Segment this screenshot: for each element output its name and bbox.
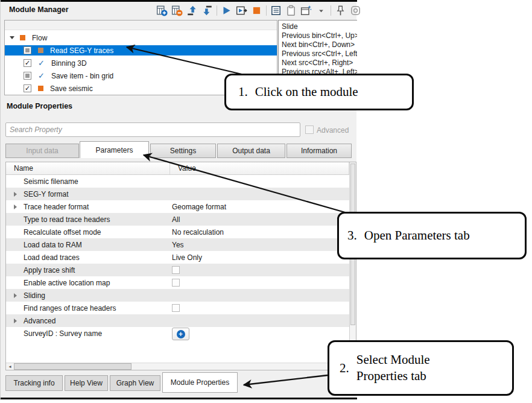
- remove-module-icon[interactable]: [171, 5, 183, 16]
- add-survey-button[interactable]: +: [172, 328, 189, 340]
- property-row-seismic-filename[interactable]: Seismic filename: [6, 175, 349, 188]
- module-square-icon: [38, 86, 43, 91]
- run-icon[interactable]: [221, 5, 232, 16]
- module-enabled-checkbox[interactable]: ✓: [24, 59, 31, 67]
- shortcut-line: Next bin<Ctrl+, Down>: [282, 40, 357, 49]
- module-enabled-checkbox[interactable]: [24, 46, 31, 54]
- property-row-sliding[interactable]: Sliding: [6, 289, 349, 302]
- dropdown-arrow-icon[interactable]: [315, 5, 327, 16]
- module-manager-title: Module Manager: [9, 5, 69, 14]
- property-value: Geomage format: [172, 203, 226, 211]
- property-row-seg-y-format[interactable]: SEG-Y format: [6, 188, 349, 200]
- column-header-name: Name: [6, 162, 170, 174]
- bottom-tab-graph-view[interactable]: Graph View: [110, 375, 160, 391]
- search-property-input[interactable]: [5, 122, 300, 137]
- value-checkbox[interactable]: [172, 279, 180, 287]
- property-row-recalculate-offset-mode[interactable]: Recalculate offset modeNo recalculation: [6, 226, 349, 238]
- column-header-value: Value: [170, 162, 349, 174]
- screenshot-canvas: Module Manager FlowRead SEG-Y traces✓✓Bi…: [0, 0, 532, 403]
- module-check-icon: ✓: [38, 72, 45, 80]
- property-value: All: [172, 215, 180, 224]
- scroll-left-arrow-icon[interactable]: ◂: [6, 363, 14, 370]
- tab-information[interactable]: Information: [287, 144, 352, 158]
- module-enabled-checkbox[interactable]: ✓: [24, 84, 31, 92]
- expander-right-icon[interactable]: [14, 192, 17, 197]
- tab-parameters[interactable]: Parameters: [80, 141, 149, 158]
- property-value: Yes: [172, 241, 184, 249]
- horizontal-scrollbar-thumb[interactable]: [14, 363, 131, 370]
- link-icon[interactable]: [350, 5, 361, 16]
- property-row-find-ranges-of-trace-headers[interactable]: Find ranges of trace headers: [6, 302, 349, 314]
- toolbar-separator: [266, 5, 267, 16]
- module-properties-title: Module Properties: [7, 102, 72, 110]
- toolbar-separator: [331, 5, 331, 16]
- tree-item-flow[interactable]: Flow: [5, 33, 277, 43]
- property-value: Live Only: [172, 253, 202, 262]
- value-checkbox[interactable]: [172, 304, 180, 312]
- export-down-icon[interactable]: [201, 5, 213, 16]
- property-row-enable-active-location-map[interactable]: Enable active location map: [6, 276, 349, 289]
- callout-step-3: 3.Open Parameters tab: [337, 212, 527, 259]
- pin-icon[interactable]: [335, 5, 346, 16]
- run-current-icon[interactable]: [236, 5, 247, 16]
- property-row-type-to-read-trace-headers[interactable]: Type to read trace headersAll: [6, 213, 349, 226]
- expander-down-icon[interactable]: [10, 36, 14, 39]
- module-manager-toolbar: [156, 3, 361, 17]
- module-list-icon[interactable]: [270, 5, 282, 16]
- expander-right-icon[interactable]: [14, 205, 17, 209]
- module-square-icon: [20, 35, 25, 40]
- import-up-icon[interactable]: [186, 5, 198, 16]
- advanced-label: Advanced: [317, 126, 349, 135]
- bottom-tab-module-properties[interactable]: Module Properties: [162, 372, 238, 393]
- module-square-icon: [38, 48, 43, 53]
- bottom-border: [1, 398, 357, 399]
- module-enabled-checkbox[interactable]: [24, 72, 31, 80]
- paste-icon[interactable]: [285, 5, 297, 16]
- property-row-load-dead-traces[interactable]: Load dead tracesLive Only: [6, 251, 349, 264]
- tab-settings[interactable]: Settings: [150, 144, 216, 158]
- bottom-tab-tracking-info[interactable]: Tracking info: [5, 375, 63, 391]
- bottom-tab-help-view[interactable]: Help View: [65, 375, 108, 391]
- property-row-advanced[interactable]: Advanced: [6, 314, 349, 327]
- property-value: No recalculation: [172, 228, 224, 236]
- add-module-icon[interactable]: [156, 5, 168, 16]
- property-row-trace-header-format[interactable]: Trace header formatGeomage format: [6, 200, 349, 213]
- properties-table-panel: Name Value Seismic filenameSEG-Y formatT…: [5, 162, 356, 370]
- advanced-checkbox[interactable]: [305, 125, 314, 134]
- toolbar-separator: [217, 5, 217, 16]
- shortcuts-title: Slide: [282, 22, 357, 31]
- value-checkbox[interactable]: [172, 266, 180, 274]
- tree-item-read-seg-y-traces[interactable]: Read SEG-Y traces: [5, 45, 277, 56]
- new-window-icon[interactable]: [300, 5, 312, 16]
- tab-output-data[interactable]: Output data: [217, 144, 285, 158]
- shortcut-line: Previous src<Ctrl+, Left>: [282, 49, 357, 59]
- expander-right-icon[interactable]: [14, 293, 17, 298]
- shortcut-line: Previous bin<Ctrl+, Up>: [282, 31, 357, 40]
- tree-header-strip: [5, 21, 277, 30]
- callout-step-1: 1.Click on the module: [224, 74, 414, 110]
- top-border: [1, 0, 357, 2]
- expander-right-icon[interactable]: [14, 319, 17, 323]
- vertical-scrollbar[interactable]: [349, 162, 356, 363]
- plus-icon: +: [177, 330, 185, 338]
- tree-item-binning-3d[interactable]: ✓✓Binning 3D: [5, 58, 277, 68]
- property-row-surveyid-survey-name[interactable]: SurveyID : Survey name+: [6, 327, 349, 340]
- property-row-load-data-to-ram[interactable]: Load data to RAMYes: [6, 238, 349, 251]
- shortcut-line: Next src<Ctrl+, Right>: [282, 59, 357, 68]
- callout-step-2: 2.Select ModuleProperties tab: [328, 340, 514, 396]
- table-header: Name Value: [6, 162, 349, 175]
- tab-input-data[interactable]: Input data: [5, 144, 79, 158]
- module-check-icon: ✓: [38, 59, 45, 67]
- app-window: Module Manager FlowRead SEG-Y traces✓✓Bi…: [0, 0, 356, 400]
- horizontal-scrollbar[interactable]: ◂ ▸: [6, 363, 349, 370]
- stop-icon[interactable]: [251, 5, 262, 16]
- property-row-apply-trace-shift[interactable]: Apply trace shift: [6, 264, 349, 276]
